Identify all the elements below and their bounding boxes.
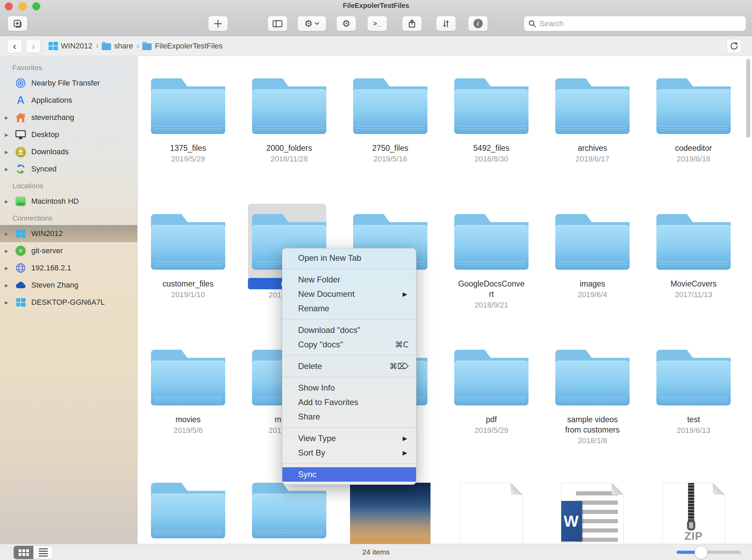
refresh-button[interactable]: [726, 39, 742, 53]
grid-item-2750-files[interactable]: 2750_files2019/5/16: [340, 73, 441, 164]
sidebar-item-desktop[interactable]: ▶ Desktop: [0, 126, 137, 143]
folder-icon: [151, 78, 225, 134]
sidebar-item-synced[interactable]: ▶ Synced: [0, 160, 137, 178]
item-date: 2019/5/29: [475, 426, 508, 435]
slider-knob[interactable]: [695, 546, 708, 559]
grid-item-codeeditor[interactable]: codeeditor2019/6/18: [643, 73, 744, 164]
sidebar-item-git-server[interactable]: ▶✕git-server: [0, 242, 137, 259]
sidebar-item-steven-zhang[interactable]: ▶ Steven Zhang: [0, 277, 137, 294]
folder-icon: [454, 350, 528, 405]
grid-item-5492-files[interactable]: 5492_files2018/8/30: [441, 73, 542, 164]
menu-item-label: Download "docs": [298, 325, 408, 335]
item-date: 2019/1/10: [171, 290, 205, 300]
sidebar-item-nearby-file-transfer[interactable]: Nearby File Transfer: [0, 75, 137, 92]
disclosure-triangle-icon[interactable]: ▶: [5, 266, 14, 271]
grid-item-test[interactable]: test2019/6/13: [643, 344, 744, 435]
grid-item-pdf[interactable]: pdf2019/5/29: [441, 344, 542, 435]
disclosure-triangle-icon[interactable]: ▶: [5, 231, 14, 236]
menu-item-download-docs-[interactable]: Download "docs": [282, 323, 416, 337]
sort-button[interactable]: [436, 16, 456, 31]
search-input[interactable]: [540, 19, 742, 28]
info-button[interactable]: i: [468, 16, 488, 31]
disclosure-triangle-icon[interactable]: ▶: [5, 300, 14, 305]
disclosure-triangle-icon[interactable]: ▶: [5, 149, 14, 155]
menu-item-copy-docs-[interactable]: Copy "docs"⌘C: [282, 337, 416, 352]
disclosure-triangle-icon[interactable]: ▶: [5, 132, 14, 137]
grid-item[interactable]: [239, 480, 340, 541]
sidebar-item-label: Desktop: [31, 130, 59, 139]
grid-item-1375-files[interactable]: 1375_files2019/5/29: [138, 73, 239, 164]
folder-icon: [454, 214, 528, 270]
share-button[interactable]: [402, 16, 422, 31]
sidebar-item-win2012[interactable]: ▶WIN2012: [0, 225, 137, 242]
item-name: GoogleDocsConvert: [458, 279, 525, 299]
disclosure-triangle-icon[interactable]: ▶: [5, 248, 14, 254]
grid-item[interactable]: [138, 480, 239, 541]
grid-item-movies[interactable]: movies2019/5/6: [138, 344, 239, 435]
menu-item-new-folder[interactable]: New Folder: [282, 272, 416, 287]
sidebar-item-label: Nearby File Transfer: [31, 79, 100, 88]
sidebar-item-desktop-ggn6a7l[interactable]: ▶DESKTOP-GGN6A7L: [0, 294, 137, 311]
grid-item-googledocsconvert[interactable]: GoogleDocsConvert2018/9/21: [441, 209, 542, 310]
breadcrumb-item[interactable]: share: [102, 42, 133, 51]
grid-item-2000-folders[interactable]: 2000_folders2018/11/28: [239, 73, 340, 164]
search-field[interactable]: [524, 16, 746, 31]
forward-button[interactable]: ›: [25, 39, 41, 53]
menu-separator: [282, 427, 416, 428]
grid-item[interactable]: [441, 480, 542, 541]
grid-item-moviecovers[interactable]: MovieCovers2017/11/13: [643, 209, 744, 300]
monitor-icon: [15, 129, 26, 140]
grid-item-zip[interactable]: ZIP: [643, 480, 744, 541]
sidebar-item-label: Applications: [31, 96, 72, 105]
grid-item-images[interactable]: images2019/6/4: [542, 209, 643, 300]
menu-item-sort-by[interactable]: Sort By▶: [282, 446, 416, 460]
grid-item-archives[interactable]: archives2019/6/17: [542, 73, 643, 164]
menu-item-label: Delete: [298, 361, 389, 371]
back-button[interactable]: ‹: [7, 39, 22, 53]
menu-item-show-info[interactable]: Show Info: [282, 381, 416, 395]
item-date: 2018/1/8: [578, 436, 607, 446]
menu-item-share[interactable]: Share: [282, 410, 416, 424]
grid-item-customer-files[interactable]: customer_files2019/1/10: [138, 209, 239, 300]
terminal-button[interactable]: >_: [367, 16, 387, 31]
sidebar-item-downloads[interactable]: ▶ Downloads: [0, 143, 137, 160]
icon-size-slider[interactable]: [677, 551, 741, 554]
vertical-scrollbar-thumb[interactable]: [746, 59, 750, 138]
item-name: images: [580, 279, 605, 289]
menu-item-new-document[interactable]: New Document▶: [282, 287, 416, 301]
grid-item-sample-videos-from-customers[interactable]: sample videos from customers2018/1/8: [542, 344, 643, 446]
sidebar-section-title: Connections: [0, 210, 137, 225]
breadcrumb-item[interactable]: WIN2012: [48, 42, 92, 51]
item-date: 2019/5/16: [373, 154, 407, 164]
item-date: 2019/6/13: [677, 426, 710, 435]
window-title: FileExpolerTestFiles: [0, 2, 752, 10]
actions-menu-button[interactable]: ⚙: [297, 16, 326, 31]
disclosure-triangle-icon[interactable]: ▶: [5, 199, 14, 204]
windows-logo-icon: [16, 229, 25, 238]
grid-item[interactable]: [340, 480, 441, 541]
onedrive-cloud-icon: [14, 281, 27, 290]
add-button[interactable]: [208, 16, 228, 31]
menu-separator: [282, 355, 416, 356]
sidebar-item-macintosh-hd[interactable]: ▶Macintosh HD: [0, 193, 137, 210]
breadcrumb-item[interactable]: FileExpolerTestFiles: [142, 42, 222, 51]
menu-item-rename[interactable]: Rename: [282, 301, 416, 316]
disclosure-triangle-icon[interactable]: ▶: [5, 283, 14, 288]
toggle-sidebar-button[interactable]: [268, 16, 287, 31]
sidebar-item-192-168-2-1[interactable]: ▶ 192.168.2.1: [0, 259, 137, 277]
disclosure-triangle-icon[interactable]: ▶: [5, 115, 14, 120]
folder-icon: [151, 214, 225, 270]
menu-item-view-type[interactable]: View Type▶: [282, 431, 416, 446]
settings-button[interactable]: ⚙: [336, 16, 356, 31]
grid-item[interactable]: W: [542, 480, 643, 541]
disclosure-triangle-icon[interactable]: ▶: [5, 167, 14, 172]
menu-item-sync[interactable]: Sync: [282, 467, 416, 482]
new-window-button[interactable]: [8, 16, 28, 31]
sidebar-item-applications[interactable]: AApplications: [0, 92, 137, 109]
menu-shortcut: ⌘C: [395, 340, 408, 349]
menu-item-open-in-new-tab[interactable]: Open in New Tab: [282, 251, 416, 265]
menu-item-add-to-favorites[interactable]: Add to Favorites: [282, 395, 416, 410]
sidebar-item-stevenzhang[interactable]: ▶ stevenzhang: [0, 109, 137, 126]
menu-item-delete[interactable]: Delete⌘⌦: [282, 359, 416, 373]
item-name: codeeditor: [675, 143, 712, 153]
